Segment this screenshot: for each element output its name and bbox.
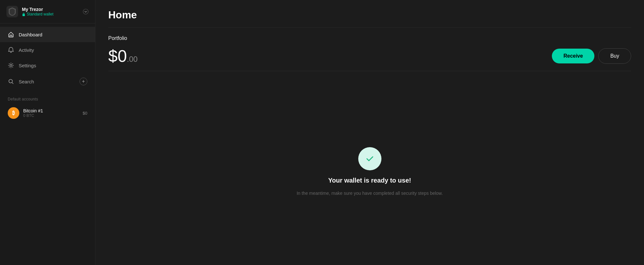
wallet-ready-section: Your wallet is ready to use! In the mean… — [108, 78, 631, 265]
wallet-ready-title: Your wallet is ready to use! — [328, 177, 411, 184]
main-content: Home Portfolio $0 .00 Receive Buy — [95, 0, 644, 265]
sidebar-item-dashboard[interactable]: Dashboard — [0, 27, 95, 42]
sidebar-nav: Dashboard Activity Settings — [0, 24, 95, 93]
portfolio-label: Portfolio — [108, 35, 631, 41]
bitcoin-icon: ₿ — [8, 107, 19, 119]
receive-button[interactable]: Receive — [552, 49, 595, 63]
account-bitcoin-1[interactable]: ₿ Bitcoin #1 0 BTC $0 — [0, 104, 95, 122]
svg-point-3 — [9, 80, 13, 83]
wallet-info: My Trezor Standard wallet — [6, 6, 53, 17]
portfolio-value: $0 .00 — [108, 48, 138, 64]
wallet-ready-subtitle: In the meantime, make sure you have comp… — [297, 191, 443, 196]
account-info: Bitcoin #1 0 BTC — [23, 108, 79, 118]
wallet-name-block: My Trezor Standard wallet — [22, 7, 53, 16]
sidebar-item-settings[interactable]: Settings — [0, 58, 95, 73]
svg-point-1 — [83, 9, 88, 14]
main-body: Portfolio $0 .00 Receive Buy Your wallet… — [95, 27, 644, 265]
portfolio-section: Portfolio $0 .00 Receive Buy — [108, 27, 631, 78]
wallet-name: My Trezor — [22, 7, 53, 12]
svg-point-2 — [10, 64, 12, 66]
portfolio-main-value: $0 — [108, 48, 127, 64]
page-title: Home — [108, 9, 631, 21]
sidebar-item-activity[interactable]: Activity — [0, 42, 95, 58]
bell-icon — [8, 47, 14, 53]
wallet-type: Standard wallet — [22, 12, 53, 16]
checkmark-circle — [358, 147, 381, 170]
activity-label: Activity — [19, 47, 34, 53]
account-usd-balance: $0 — [83, 111, 87, 116]
search-label-group: Search — [8, 78, 34, 85]
portfolio-row: $0 .00 Receive Buy — [108, 48, 631, 71]
svg-rect-0 — [23, 14, 25, 16]
checkmark-icon — [365, 154, 375, 164]
dashboard-label: Dashboard — [19, 32, 42, 37]
add-account-button[interactable]: + — [80, 78, 87, 85]
buy-button[interactable]: Buy — [598, 48, 631, 64]
settings-label: Settings — [19, 63, 36, 68]
sidebar: My Trezor Standard wallet — [0, 0, 95, 265]
lock-icon — [22, 13, 25, 16]
account-name: Bitcoin #1 — [23, 108, 79, 113]
search-text: Search — [19, 79, 34, 84]
portfolio-cents-value: .00 — [127, 55, 138, 64]
chevron-down-icon — [83, 9, 89, 14]
home-icon — [8, 31, 14, 38]
trezor-device-icon — [6, 6, 18, 17]
wallet-selector[interactable]: My Trezor Standard wallet — [0, 0, 95, 24]
search-icon — [8, 78, 14, 85]
account-crypto-balance: 0 BTC — [23, 113, 79, 118]
portfolio-actions: Receive Buy — [552, 48, 631, 64]
default-accounts-label: Default accounts — [0, 93, 95, 104]
sidebar-item-search[interactable]: Search + — [0, 73, 95, 90]
gear-icon — [8, 62, 14, 69]
page-header: Home — [95, 0, 644, 27]
